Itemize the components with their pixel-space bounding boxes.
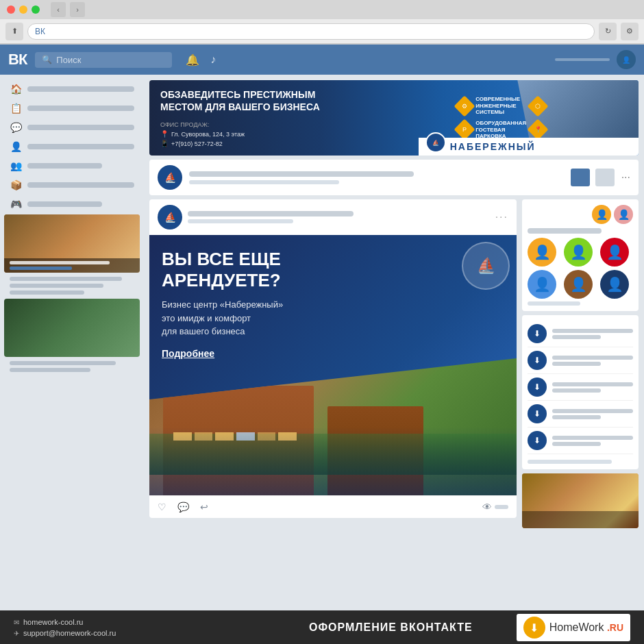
share-icon: ↩: [200, 501, 208, 512]
friend-3[interactable]: 👤: [600, 238, 629, 267]
search-placeholder: Поиск: [56, 55, 81, 65]
maximize-button[interactable]: [32, 5, 40, 14]
news-item-5[interactable]: ⬇: [528, 428, 633, 454]
header-bar: [555, 58, 610, 61]
vk-search-bar[interactable]: 🔍 Поиск: [35, 52, 172, 68]
news-bar-2b: [552, 362, 601, 366]
page-footer: ✉ homework-cool.ru ✈ support@homework-co…: [0, 610, 644, 644]
sidebar-item-messages[interactable]: 💬: [4, 119, 140, 136]
banner-logo-circle: ⛵: [425, 132, 446, 153]
browser-titlebar: ‹ ›: [0, 0, 644, 19]
post-ad-title: ВЫ ВСЕ ЕЩЕ АРЕНДУЕТЕ?: [162, 249, 504, 291]
right-image-card[interactable]: [522, 473, 639, 528]
sidebar-item-groups[interactable]: 👥: [4, 157, 140, 175]
friends-card: 👤 👤 👤 👤 👤 👤 👤 👤: [522, 199, 639, 311]
news-icon-2: ⬇: [528, 351, 547, 370]
browser-nav: ‹ ›: [51, 2, 85, 17]
globe-icon: ✉: [14, 619, 19, 626]
news-text-4: [552, 409, 633, 419]
post-ad-link[interactable]: Подробнее: [162, 348, 214, 359]
news-bar-4a: [552, 409, 633, 413]
news-icon-4: ⬇: [528, 404, 547, 423]
user-avatar-header[interactable]: 👤: [617, 50, 636, 69]
vk-app: ВК 🔍 Поиск 🔔 ♪ 👤 🏠 📋: [0, 45, 644, 610]
friends-subtitle: [528, 301, 580, 306]
address-row: 📍 Гл. Суворова, 124, 3 этаж: [160, 130, 408, 138]
notification-icon[interactable]: 🔔: [186, 53, 199, 66]
office-icon: ОФИС ПРОДАЖ:: [160, 121, 209, 128]
sidebar-item-home[interactable]: 🏠: [4, 80, 140, 98]
news-item-1[interactable]: ⬇: [528, 321, 633, 347]
news-item-3[interactable]: ⬇: [528, 374, 633, 401]
sidebar-item-friends[interactable]: 👤: [4, 138, 140, 156]
footer-website[interactable]: ✉ homework-cool.ru: [14, 618, 265, 626]
sidebar-home-label: [27, 86, 134, 92]
email-icon: ✈: [14, 630, 19, 637]
header-icons: 🔔 ♪: [186, 53, 216, 66]
news-item-4[interactable]: ⬇: [528, 401, 633, 428]
sidebar-item-market[interactable]: 📦: [4, 176, 140, 194]
reload-button[interactable]: ↻: [599, 23, 617, 40]
close-button[interactable]: [7, 5, 15, 14]
profile-subtitle: [189, 180, 339, 184]
post-more-button[interactable]: ···: [495, 211, 508, 223]
friend-4[interactable]: 👤: [528, 270, 556, 299]
wave-overlay: [149, 427, 517, 495]
friend-avatar-1[interactable]: 👤: [592, 205, 611, 224]
music-icon[interactable]: ♪: [210, 53, 216, 66]
settings-button[interactable]: ⚙: [621, 23, 639, 40]
sidebar-item-news[interactable]: 📋: [4, 99, 140, 117]
home-icon: 🏠: [10, 84, 22, 95]
phone-text: +7(910) 527-72-82: [171, 140, 223, 147]
parking-text: ОБОРУДОВАННАЯГОСТЕВАЯПАРКОВКА: [475, 120, 526, 140]
banner-left: ОБЗАВЕДИТЕСЬ ПРЕСТИЖНЫМ МЕСТОМ ДЛЯ ВАШЕГ…: [149, 80, 419, 156]
games-icon: 🎮: [10, 199, 22, 210]
forward-button[interactable]: ›: [70, 2, 85, 17]
footer-right: ⬇ HomeWork .RU: [517, 614, 630, 641]
feature-parking: P ОБОРУДОВАННАЯГОСТЕВАЯПАРКОВКА: [457, 120, 526, 140]
homework-logo-icon: ⬇: [523, 617, 545, 639]
url-bar[interactable]: ВК: [27, 23, 595, 40]
vk-header: ВК 🔍 Поиск 🔔 ♪ 👤: [0, 45, 644, 75]
eye-icon: 👁: [482, 501, 492, 512]
friend-6[interactable]: 👤: [600, 270, 629, 299]
friend-avatar-2[interactable]: 👤: [614, 205, 633, 224]
footer-email2-text: support@homework-cool.ru: [23, 629, 116, 637]
back-button[interactable]: ‹: [51, 2, 66, 17]
post-meta: [188, 211, 490, 223]
more-options-button[interactable]: ···: [621, 171, 630, 184]
footer-logo[interactable]: ⬇ HomeWork .RU: [517, 614, 630, 641]
profile-actions: [571, 169, 615, 186]
sidebar-item-games[interactable]: 🎮: [4, 195, 140, 213]
friend-1[interactable]: 👤: [528, 238, 556, 267]
post-header: ⛵ ···: [149, 199, 517, 235]
banner-ad[interactable]: ОБЗАВЕДИТЕСЬ ПРЕСТИЖНЫМ МЕСТОМ ДЛЯ ВАШЕГ…: [149, 80, 639, 156]
profile-info: [189, 171, 564, 184]
news-bar-1b: [552, 335, 601, 339]
news-bar-4b: [552, 415, 601, 419]
minimize-button[interactable]: [19, 5, 27, 14]
footer-email[interactable]: ✈ support@homework-cool.ru: [14, 629, 265, 637]
news-text-5: [552, 436, 633, 446]
news-item-2[interactable]: ⬇: [528, 347, 633, 374]
news-text-1: [552, 329, 633, 339]
sidebar-image-card-2[interactable]: [4, 299, 140, 357]
comment-button[interactable]: 💬: [177, 501, 189, 512]
like-button[interactable]: ♡: [158, 501, 166, 512]
news-footer-bar: [528, 460, 612, 464]
view-count-bar: [495, 505, 508, 509]
phone-row: 📱 +7(910) 527-72-82: [160, 140, 408, 147]
messages-icon: 💬: [10, 122, 22, 133]
sidebar-market-label: [27, 182, 134, 188]
subscribe-button[interactable]: [571, 169, 590, 186]
sidebar-image-card-1[interactable]: [4, 214, 140, 273]
footer-left: ✉ homework-cool.ru ✈ support@homework-co…: [14, 618, 265, 637]
vk-post-main: ⛵ ··· ⛵: [149, 199, 517, 518]
friends-grid: 👤 👤 👤 👤 👤 👤: [528, 238, 633, 299]
message-button[interactable]: [595, 169, 615, 186]
share-button[interactable]: ↩: [200, 501, 208, 512]
share-button[interactable]: ⬆: [5, 23, 23, 40]
friend-5[interactable]: 👤: [564, 270, 593, 299]
market-icon: 📦: [10, 179, 22, 190]
friend-2[interactable]: 👤: [564, 238, 593, 267]
